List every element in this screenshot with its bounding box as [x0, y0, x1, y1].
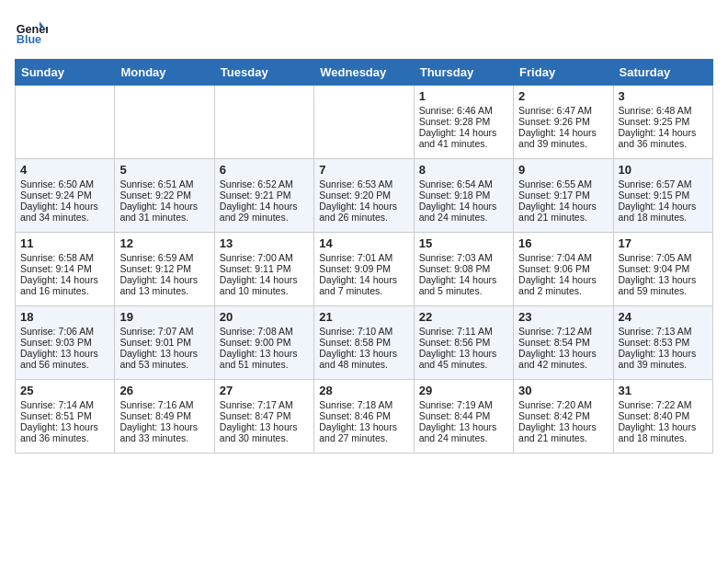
day-number: 13	[220, 236, 309, 250]
day-info: Sunrise: 7:08 AM	[220, 326, 309, 337]
day-info: Sunset: 9:26 PM	[518, 116, 608, 127]
day-number: 29	[419, 384, 508, 397]
calendar-cell: 21Sunrise: 7:10 AMSunset: 8:58 PMDayligh…	[314, 306, 414, 380]
calendar-cell: 10Sunrise: 6:57 AMSunset: 9:15 PMDayligh…	[613, 159, 712, 233]
calendar-cell: 28Sunrise: 7:18 AMSunset: 8:46 PMDayligh…	[314, 380, 414, 454]
day-info: Sunrise: 7:14 AM	[20, 399, 109, 410]
calendar-cell: 25Sunrise: 7:14 AMSunset: 8:51 PMDayligh…	[16, 380, 115, 454]
day-number: 15	[419, 236, 508, 250]
calendar-cell: 30Sunrise: 7:20 AMSunset: 8:42 PMDayligh…	[514, 380, 613, 454]
day-info: Daylight: 13 hours	[619, 274, 708, 285]
day-info: and 34 minutes.	[20, 212, 109, 223]
day-info: Sunset: 8:44 PM	[419, 410, 508, 421]
calendar-cell: 11Sunrise: 6:58 AMSunset: 9:14 PMDayligh…	[16, 233, 115, 306]
day-info: Daylight: 13 hours	[119, 348, 209, 359]
day-number: 9	[518, 163, 608, 177]
day-info: Daylight: 14 hours	[319, 201, 408, 212]
calendar-cell: 2Sunrise: 6:47 AMSunset: 9:26 PMDaylight…	[514, 86, 613, 159]
logo-icon: General Blue	[15, 15, 48, 48]
day-info: Sunset: 8:42 PM	[518, 410, 608, 421]
day-info: Sunrise: 6:46 AM	[419, 105, 508, 116]
calendar-cell: 17Sunrise: 7:05 AMSunset: 9:04 PMDayligh…	[613, 233, 712, 306]
day-info: Sunrise: 7:05 AM	[619, 252, 708, 263]
day-number: 19	[119, 310, 209, 324]
day-info: and 7 minutes.	[319, 285, 408, 296]
day-info: Sunset: 9:28 PM	[419, 116, 508, 127]
day-info: and 5 minutes.	[419, 285, 508, 296]
day-info: and 10 minutes.	[220, 285, 309, 296]
day-info: and 16 minutes.	[20, 285, 109, 296]
day-number: 26	[119, 384, 209, 397]
svg-text:Blue: Blue	[17, 33, 41, 46]
day-number: 12	[119, 236, 209, 250]
day-number: 18	[20, 310, 109, 324]
calendar-cell	[115, 86, 214, 159]
day-number: 21	[319, 310, 408, 324]
day-info: and 36 minutes.	[619, 138, 708, 149]
day-info: and 42 minutes.	[518, 359, 608, 370]
day-number: 23	[518, 310, 608, 324]
day-info: Sunset: 9:22 PM	[119, 190, 209, 201]
day-info: Sunset: 8:53 PM	[619, 337, 708, 348]
day-info: Sunset: 9:11 PM	[220, 263, 309, 274]
day-info: Sunrise: 7:19 AM	[419, 399, 508, 410]
calendar-cell: 7Sunrise: 6:53 AMSunset: 9:20 PMDaylight…	[314, 159, 414, 233]
day-info: Sunset: 9:18 PM	[419, 190, 508, 201]
day-info: Daylight: 14 hours	[220, 274, 309, 285]
day-number: 3	[619, 89, 708, 103]
day-info: and 39 minutes.	[518, 138, 608, 149]
day-info: Sunrise: 7:00 AM	[220, 252, 309, 263]
day-info: Daylight: 13 hours	[319, 421, 408, 432]
day-info: Daylight: 13 hours	[518, 421, 608, 432]
calendar-cell: 6Sunrise: 6:52 AMSunset: 9:21 PMDaylight…	[214, 159, 313, 233]
calendar-cell: 9Sunrise: 6:55 AMSunset: 9:17 PMDaylight…	[514, 159, 613, 233]
day-info: Sunrise: 7:07 AM	[119, 326, 209, 337]
day-number: 20	[220, 310, 309, 324]
day-info: Sunset: 9:06 PM	[518, 263, 608, 274]
day-info: and 2 minutes.	[518, 285, 608, 296]
day-info: Daylight: 14 hours	[619, 127, 708, 138]
day-info: Sunrise: 6:55 AM	[518, 178, 608, 190]
day-info: Sunrise: 7:03 AM	[419, 252, 508, 263]
day-info: Daylight: 13 hours	[119, 421, 209, 432]
calendar-cell: 3Sunrise: 6:48 AMSunset: 9:25 PMDaylight…	[613, 86, 712, 159]
day-info: Sunset: 9:04 PM	[619, 263, 708, 274]
day-info: Daylight: 13 hours	[419, 421, 508, 432]
day-info: Sunrise: 7:11 AM	[419, 326, 508, 337]
day-info: Daylight: 14 hours	[518, 274, 608, 285]
calendar-cell	[16, 86, 115, 159]
day-info: Sunrise: 6:51 AM	[119, 178, 209, 190]
day-info: Sunrise: 7:17 AM	[220, 399, 309, 410]
day-number: 14	[319, 236, 408, 250]
day-info: Sunset: 9:20 PM	[319, 190, 408, 201]
day-info: Sunrise: 7:10 AM	[319, 326, 408, 337]
day-info: Sunrise: 6:57 AM	[619, 178, 708, 190]
day-number: 11	[20, 236, 109, 250]
day-info: and 51 minutes.	[220, 359, 309, 370]
day-info: and 39 minutes.	[619, 359, 708, 370]
day-info: and 24 minutes.	[419, 432, 508, 443]
day-number: 25	[20, 384, 109, 397]
day-info: Daylight: 14 hours	[220, 201, 309, 212]
day-number: 10	[619, 163, 708, 177]
day-info: and 21 minutes.	[518, 432, 608, 443]
day-number: 8	[419, 163, 508, 177]
day-header-sunday: Sunday	[16, 60, 115, 86]
day-info: and 26 minutes.	[319, 212, 408, 223]
calendar-cell: 12Sunrise: 6:59 AMSunset: 9:12 PMDayligh…	[115, 233, 214, 306]
day-info: and 48 minutes.	[319, 359, 408, 370]
calendar-cell: 4Sunrise: 6:50 AMSunset: 9:24 PMDaylight…	[16, 159, 115, 233]
day-info: Sunrise: 7:12 AM	[518, 326, 608, 337]
day-info: Sunset: 9:14 PM	[20, 263, 109, 274]
day-number: 22	[419, 310, 508, 324]
day-info: and 18 minutes.	[619, 432, 708, 443]
day-info: Sunrise: 6:47 AM	[518, 105, 608, 116]
day-info: Sunrise: 7:06 AM	[20, 326, 109, 337]
day-header-friday: Friday	[514, 60, 613, 86]
day-info: and 24 minutes.	[419, 212, 508, 223]
day-number: 4	[20, 163, 109, 177]
day-info: Sunrise: 6:59 AM	[119, 252, 209, 263]
day-info: Daylight: 14 hours	[518, 127, 608, 138]
day-info: and 36 minutes.	[20, 432, 109, 443]
day-info: Daylight: 13 hours	[619, 421, 708, 432]
